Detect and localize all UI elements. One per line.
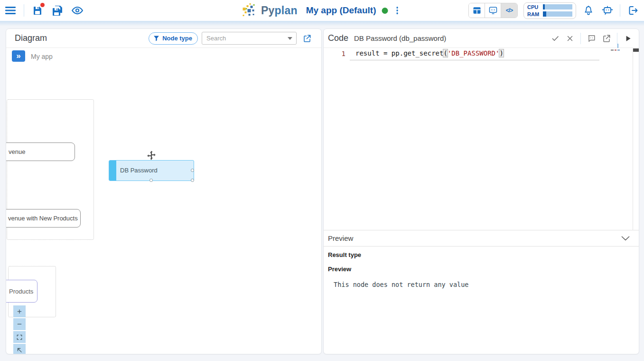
code-title: Code — [328, 33, 348, 43]
zoom-fit-button[interactable] — [13, 331, 26, 343]
pyplan-wordmark: Pyplan — [261, 4, 298, 17]
filter-funnel-icon — [153, 35, 160, 42]
move-cursor-icon — [146, 150, 157, 161]
resource-gauge: CPU RAM — [523, 2, 576, 19]
breadcrumb: My app — [31, 53, 53, 60]
node-type-filter-button[interactable]: Node type — [149, 32, 198, 45]
preview-label: Preview — [328, 266, 351, 273]
diagram-search — [202, 32, 297, 45]
app-bar: Pyplan My app (Default) </> CPU RAM — [0, 0, 644, 21]
hamburger-menu-icon[interactable] — [4, 4, 17, 17]
search-input[interactable] — [202, 32, 297, 45]
app-title: My app (Default) — [306, 5, 376, 16]
save-all-icon[interactable] — [51, 4, 64, 17]
preview-message: This node does not return any value — [334, 281, 468, 288]
node-type-stripe — [109, 161, 116, 180]
app-bar-shadow — [0, 21, 644, 26]
dashboard-view-icon[interactable] — [485, 3, 501, 18]
divider — [620, 4, 620, 17]
code-view-icon[interactable]: </> — [501, 3, 517, 18]
view-toggle-group: </> — [468, 3, 518, 18]
node-products[interactable]: Products — [6, 280, 37, 303]
arrow-northwest-icon — [16, 347, 23, 353]
diagram-canvas[interactable]: » My app venue venue with New Products P… — [6, 48, 321, 354]
save-icon[interactable] — [31, 4, 44, 17]
assistant-chat-icon[interactable] — [601, 4, 614, 17]
cpu-bar — [543, 4, 572, 10]
zoom-out-button[interactable]: − — [13, 318, 26, 330]
node-revenue[interactable]: venue — [6, 142, 75, 161]
scrollbar-thumb[interactable] — [633, 48, 639, 52]
diagram-panel: Diagram Node type » My app venue venue w… — [6, 28, 322, 354]
pyplan-logo — [242, 3, 256, 18]
breadcrumb-expand-button[interactable]: » — [12, 50, 25, 62]
discard-close-icon[interactable] — [566, 34, 574, 43]
active-line-underline — [350, 60, 599, 60]
ram-bar — [543, 11, 572, 17]
fullscreen-icon — [16, 334, 23, 341]
eye-preview-icon[interactable] — [71, 4, 84, 17]
divider — [324, 246, 639, 247]
node-label: venue with New Products — [8, 215, 78, 222]
zoom-in-button[interactable]: + — [13, 305, 26, 317]
node-handle-corner[interactable] — [191, 179, 194, 182]
node-handle-bottom[interactable] — [149, 179, 153, 182]
zoom-reset-button[interactable] — [13, 344, 26, 354]
diagram-panel-header: Diagram Node type — [6, 29, 321, 48]
open-code-external-icon[interactable] — [602, 34, 611, 43]
node-label: DB Password — [120, 167, 158, 174]
app-menu-kebab-icon[interactable] — [392, 5, 402, 16]
preview-header[interactable]: Preview — [324, 230, 639, 246]
chevron-down-icon[interactable] — [621, 235, 630, 242]
comment-icon[interactable] — [587, 34, 596, 43]
table-view-icon[interactable] — [469, 3, 485, 18]
zoom-controls: + − — [13, 305, 26, 354]
divider — [24, 4, 24, 17]
minus-icon: − — [17, 320, 22, 329]
minimap — [611, 49, 620, 51]
plus-icon: + — [17, 307, 22, 316]
editor-scrollbar[interactable] — [633, 48, 639, 230]
unsaved-changes-badge — [40, 3, 45, 7]
divider — [580, 33, 581, 44]
code-panel-header: Code DB Password (db_password) — [324, 29, 639, 48]
logout-icon[interactable] — [626, 4, 639, 17]
node-type-filter-label: Node type — [162, 35, 192, 42]
cpu-label: CPU — [527, 4, 541, 10]
notifications-bell-icon[interactable] — [582, 4, 595, 17]
run-play-icon[interactable] — [624, 34, 632, 43]
code-line: result = pp.get_secret('DB_PASSWORD') — [355, 49, 504, 57]
apply-check-icon[interactable] — [551, 34, 560, 43]
result-type-label: Result type — [328, 251, 361, 258]
code-node-subtitle: DB Password (db_password) — [354, 34, 446, 42]
node-handle-right[interactable] — [191, 169, 194, 172]
line-number: 1 — [336, 50, 345, 57]
diagram-title: Diagram — [15, 33, 47, 43]
code-editor[interactable]: 1 result = pp.get_secret('DB_PASSWORD') — [324, 48, 639, 230]
code-panel: Code DB Password (db_password) 1 result … — [323, 28, 639, 354]
node-db-password-selected[interactable]: DB Password — [109, 160, 194, 181]
node-revenue-with-new-products[interactable]: venue with New Products — [6, 209, 81, 228]
preview-title: Preview — [328, 234, 353, 242]
double-chevron-icon: » — [16, 52, 20, 60]
node-label: Products — [9, 288, 33, 295]
ram-label: RAM — [527, 11, 541, 17]
search-dropdown-caret-icon[interactable] — [288, 37, 292, 40]
divider — [617, 33, 617, 44]
open-diagram-external-icon[interactable] — [300, 32, 314, 45]
node-label: venue — [9, 148, 25, 155]
minimap-cursor — [617, 44, 618, 48]
status-online-dot — [382, 8, 388, 14]
